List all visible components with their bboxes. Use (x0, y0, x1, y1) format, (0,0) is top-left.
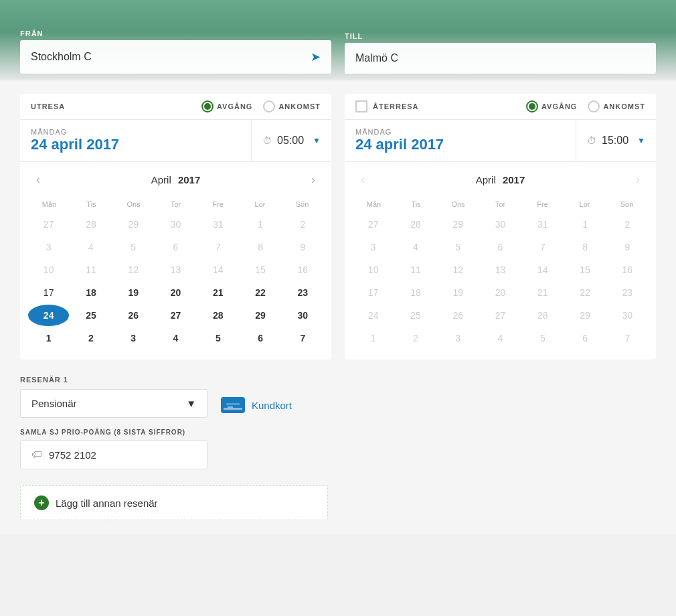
r-cal-day: 20 (480, 282, 521, 303)
return-time-selector[interactable]: ⏱ 15:00 ▼ (576, 120, 656, 161)
from-field[interactable]: Stockholm C ➤ (20, 40, 331, 74)
return-date-big: 24 april 2017 (355, 136, 565, 153)
outbound-avgång-radio[interactable]: AVGÅNG (201, 100, 252, 112)
add-traveler-section[interactable]: + Lägg till annan resenär (20, 485, 328, 520)
cal-day[interactable]: 31 (197, 214, 238, 235)
return-time: 15:00 (602, 135, 632, 147)
return-avgång-radio[interactable]: AVGÅNG (526, 100, 577, 112)
cal-day[interactable]: 30 (155, 214, 196, 235)
return-prev-month[interactable]: ‹ (355, 170, 370, 189)
r-cal-day: 11 (395, 259, 436, 281)
outbound-cal-grid: Mån Tis Ons Tor Fre Lör Sön 27 28 29 30 … (20, 192, 331, 360)
cal-day[interactable]: 20 (155, 282, 196, 303)
weekday-thu: Tor (155, 198, 197, 211)
to-value: Malmö C (355, 52, 398, 64)
weekday-wed: Ons (112, 198, 155, 211)
kundkort-link[interactable]: Kundkort (221, 389, 292, 413)
r-weekday-wed: Ons (437, 198, 479, 211)
cal-day[interactable]: 6 (240, 327, 280, 349)
r-cal-day: 1 (353, 327, 394, 349)
cal-day[interactable]: 28 (70, 214, 111, 235)
cal-day[interactable]: 7 (197, 236, 238, 258)
r-cal-day: 5 (522, 327, 563, 349)
outbound-ankomst-radio[interactable]: ANKOMST (263, 100, 321, 112)
cal-day[interactable]: 11 (70, 259, 111, 281)
cal-day[interactable]: 2 (282, 214, 323, 235)
r-cal-day: 5 (438, 236, 479, 258)
cal-day[interactable]: 27 (28, 214, 69, 235)
cal-day[interactable]: 19 (113, 282, 154, 303)
cal-day[interactable]: 17 (28, 282, 69, 303)
outbound-time-selector[interactable]: ⏱ 05:00 ▼ (251, 120, 331, 161)
cal-day[interactable]: 25 (70, 305, 111, 326)
cal-day[interactable]: 15 (240, 259, 280, 281)
weekday-tue: Tis (70, 198, 112, 211)
cal-day[interactable]: 21 (197, 282, 238, 303)
prio-input-wrapper[interactable]: 🏷 9752 2102 (20, 440, 207, 469)
cal-day[interactable]: 3 (113, 327, 154, 349)
cal-day[interactable]: 4 (70, 236, 111, 258)
cal-day[interactable]: 8 (240, 236, 280, 258)
cal-day[interactable]: 14 (197, 259, 238, 281)
cal-day[interactable]: 7 (282, 327, 323, 349)
r-cal-day: 7 (522, 236, 563, 258)
return-month: April (476, 174, 496, 185)
cal-day[interactable]: 28 (197, 305, 238, 326)
return-ankomst-radio-circle (588, 100, 600, 112)
r-cal-day: 4 (395, 236, 436, 258)
cal-day[interactable]: 10 (28, 259, 69, 281)
main-content: UTRESA AVGÅNG ANKOMST MÅNDAG 24 april (0, 80, 676, 534)
outbound-next-month[interactable]: › (306, 170, 321, 189)
outbound-year: 2017 (178, 174, 200, 185)
cal-day[interactable]: 3 (28, 236, 69, 258)
cal-day[interactable]: 18 (70, 282, 111, 303)
return-cal-nav: ‹ April 2017 › (345, 162, 656, 192)
cal-day[interactable]: 29 (240, 305, 280, 326)
r-cal-day: 29 (564, 305, 605, 326)
r-cal-day: 8 (564, 236, 605, 258)
cal-day[interactable]: 4 (155, 327, 196, 349)
time-dropdown-arrow: ▼ (313, 136, 321, 145)
calendars-section: UTRESA AVGÅNG ANKOMST MÅNDAG 24 april (20, 94, 656, 360)
return-ankomst-radio[interactable]: ANKOMST (588, 100, 645, 112)
outbound-avgång-radio-circle (201, 100, 214, 112)
cal-day[interactable]: 6 (155, 236, 196, 258)
to-field[interactable]: Malmö C (345, 43, 656, 74)
cal-day[interactable]: 1 (28, 327, 69, 349)
r-cal-day: 31 (522, 214, 563, 235)
cal-day[interactable]: 22 (240, 282, 280, 303)
outbound-date-display: MÅNDAG 24 april 2017 (20, 120, 251, 161)
outbound-calendar-panel: UTRESA AVGÅNG ANKOMST MÅNDAG 24 april (20, 94, 331, 360)
traveler-label: RESENÄR 1 (20, 376, 656, 384)
weekday-fri: Fre (197, 198, 239, 211)
cal-day[interactable]: 23 (282, 282, 323, 303)
return-next-month[interactable]: › (630, 170, 645, 189)
cal-day[interactable]: 2 (70, 327, 111, 349)
cal-day[interactable]: 13 (155, 259, 196, 281)
r-weekday-sat: Lör (564, 198, 606, 211)
aterresa-checkbox[interactable] (355, 100, 367, 112)
cal-day[interactable]: 1 (240, 214, 280, 235)
add-traveler-icon: + (34, 495, 49, 510)
weekday-mon: Mån (28, 198, 70, 211)
return-avgång-label: AVGÅNG (541, 102, 577, 110)
add-traveler-label: Lägg till annan resenär (56, 497, 158, 509)
cal-day[interactable]: 5 (113, 236, 154, 258)
cal-day[interactable]: 30 (282, 305, 323, 326)
outbound-prev-month[interactable]: ‹ (31, 170, 46, 189)
traveler-type-select[interactable]: Pensionär ▼ (20, 389, 207, 418)
cal-day[interactable]: 27 (155, 305, 196, 326)
r-cal-day: 1 (564, 214, 605, 235)
r-cal-day: 15 (564, 259, 605, 281)
cal-day-selected[interactable]: 24 (28, 305, 69, 326)
outbound-avgång-label: AVGÅNG (217, 102, 252, 110)
cal-day[interactable]: 5 (197, 327, 238, 349)
cal-day[interactable]: 29 (113, 214, 154, 235)
prio-value: 9752 2102 (49, 449, 96, 461)
cal-day[interactable]: 26 (113, 305, 154, 326)
prio-section: SAMLA SJ PRIO-POÄNG (8 SISTA SIFFROR) 🏷 … (20, 429, 656, 469)
cal-day[interactable]: 16 (282, 259, 323, 281)
cal-day[interactable]: 12 (113, 259, 154, 281)
cal-day[interactable]: 9 (282, 236, 323, 258)
outbound-weekdays: Mån Tis Ons Tor Fre Lör Sön (28, 198, 323, 211)
